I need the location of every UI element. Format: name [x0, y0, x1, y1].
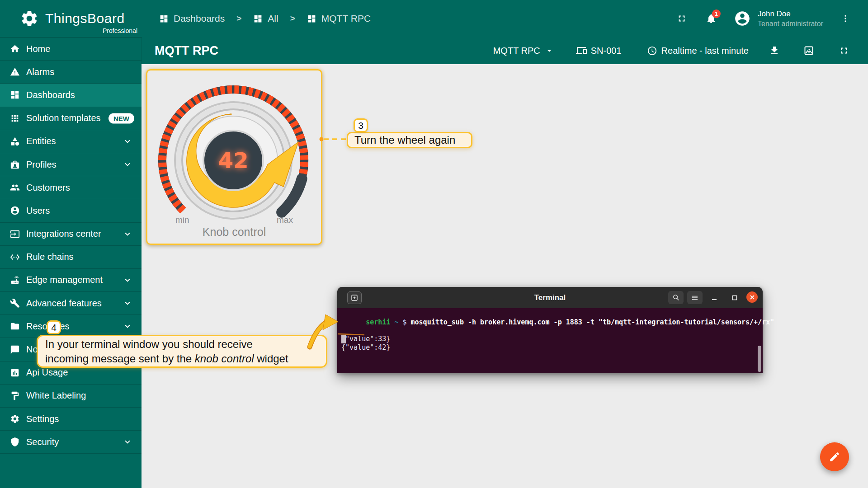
sidebar-item-label: Entities — [26, 136, 56, 146]
sidebar-nav: HomeAlarmsDashboardsSolution templatesNE… — [0, 37, 142, 488]
sidebar-item-label: Security — [26, 437, 59, 447]
clock-icon — [647, 46, 657, 56]
category-icon — [10, 136, 20, 146]
notifications-bell-icon[interactable]: 1 — [706, 13, 717, 24]
terminal-titlebar[interactable]: Terminal — [337, 287, 763, 308]
sidebar-item-solution-templates[interactable]: Solution templatesNEW — [0, 107, 142, 130]
folder-icon — [10, 321, 20, 331]
thingsboard-logo-icon — [20, 9, 39, 28]
terminal-content[interactable]: serhii ~ $ mosquitto_sub -h broker.hivem… — [337, 308, 763, 373]
sidebar-item-label: Customers — [26, 183, 70, 193]
brand-edition: Professional — [84, 27, 137, 34]
terminal-output-line: {"value":33} — [341, 335, 763, 343]
chevron-down-icon — [123, 229, 132, 239]
terminal-minimize-button[interactable] — [708, 291, 721, 304]
brand-logo[interactable]: ThingsBoard Professional — [20, 0, 125, 37]
notification-icon — [10, 345, 20, 355]
terminal-output-line: {"value":42} — [341, 343, 763, 352]
user-role: Tenant administrator — [758, 20, 826, 28]
sidebar-item-label: Rule chains — [26, 252, 74, 262]
edit-fab-button[interactable] — [820, 442, 849, 471]
knob-max-label: max — [277, 215, 293, 225]
step4-arrow — [303, 310, 368, 352]
person-icon — [10, 206, 20, 216]
timewindow-select[interactable]: Realtime - last minute — [647, 46, 749, 56]
sidebar-item-label: Edge management — [26, 275, 103, 285]
knob-gauge[interactable]: 42 42 — [147, 70, 321, 226]
shield-icon — [10, 437, 20, 447]
router-icon — [10, 275, 20, 285]
terminal-close-button[interactable] — [746, 291, 758, 303]
sidebar-item-label: Users — [26, 206, 50, 216]
terminal-prompt-line: serhii ~ $ mosquitto_sub -h broker.hivem… — [341, 310, 763, 335]
sidebar-item-label: Dashboards — [26, 90, 75, 100]
terminal-window[interactable]: Terminal serhii ~ $ mosquitto_sub -h bro… — [337, 287, 763, 373]
breadcrumb-separator: > — [236, 14, 241, 23]
apps-icon — [10, 113, 20, 123]
terminal-menu-button[interactable] — [687, 291, 703, 304]
dashboard-toolbar: MQTT RPC MQTT RPC SN-001 Realtime - last… — [142, 37, 868, 64]
home-icon — [10, 44, 20, 54]
step3-tooltip: Turn the wheel again — [347, 132, 472, 148]
sidebar-item-label: Solution templates — [26, 113, 101, 123]
knob-min-label: min — [175, 215, 189, 225]
sidebar-item-home[interactable]: Home — [0, 38, 142, 61]
breadcrumb-item-mqtt-rpc[interactable]: MQTT RPC — [307, 13, 371, 24]
dashboard-icon — [253, 14, 263, 23]
terminal-maximize-button[interactable] — [728, 291, 741, 304]
chevron-down-icon — [123, 160, 132, 169]
sidebar-item-customers[interactable]: Customers — [0, 176, 142, 199]
chevron-down-icon — [123, 437, 132, 447]
sidebar-item-entities[interactable]: Entities — [0, 130, 142, 153]
sidebar-item-label: White Labeling — [26, 390, 86, 401]
sidebar-item-dashboards[interactable]: Dashboards — [0, 84, 142, 107]
chevron-down-icon — [123, 298, 132, 308]
gear-icon — [10, 414, 20, 424]
people-icon — [10, 183, 20, 192]
sidebar-item-label: Settings — [26, 414, 59, 424]
sidebar-item-rule-chains[interactable]: Rule chains — [0, 246, 142, 269]
badge-icon — [10, 160, 20, 169]
sidebar-item-alarms[interactable]: Alarms — [0, 61, 142, 84]
dashboard-title: MQTT RPC — [155, 44, 218, 58]
pencil-icon — [829, 451, 840, 463]
brand-name: ThingsBoard — [45, 11, 125, 26]
expand-icon[interactable] — [839, 46, 849, 56]
terminal-scrollbar[interactable] — [758, 346, 761, 372]
sidebar-item-integrations-center[interactable]: Integrations center — [0, 223, 142, 246]
new-badge: NEW — [108, 113, 134, 123]
dashboard-state-select[interactable]: MQTT RPC — [493, 46, 554, 56]
top-header: ThingsBoard Professional Dashboards>All>… — [0, 0, 868, 37]
integration-icon — [10, 229, 20, 239]
terminal-search-button[interactable] — [668, 291, 684, 304]
avatar[interactable] — [734, 10, 751, 27]
step4-number-badge: 4 — [47, 320, 61, 334]
more-menu-icon[interactable] — [841, 14, 850, 23]
user-info[interactable]: John Doe Tenant administrator — [758, 9, 826, 28]
step4-tooltip: In your terminal window you should recei… — [37, 335, 327, 368]
sidebar-item-white-labeling[interactable]: White Labeling — [0, 385, 142, 408]
chevron-down-icon — [123, 136, 132, 146]
tools-icon — [10, 298, 20, 308]
device-entity[interactable]: SN-001 — [576, 45, 622, 56]
breadcrumb-item-dashboards[interactable]: Dashboards — [159, 13, 225, 24]
sidebar-item-security[interactable]: Security — [0, 431, 142, 454]
sidebar-item-edge-management[interactable]: Edge management — [0, 269, 142, 292]
sidebar-item-profiles[interactable]: Profiles — [0, 153, 142, 176]
knob-control-widget[interactable]: 42 42 min max Knob control — [146, 69, 322, 245]
paint-icon — [10, 391, 20, 401]
sidebar-item-label: Alarms — [26, 67, 54, 77]
fullscreen-icon[interactable] — [677, 14, 687, 23]
sidebar-item-advanced-features[interactable]: Advanced features — [0, 292, 142, 315]
sidebar-item-settings[interactable]: Settings — [0, 408, 142, 431]
sidebar-item-users[interactable]: Users — [0, 199, 142, 222]
image-icon[interactable] — [803, 45, 814, 56]
download-icon[interactable] — [769, 45, 780, 56]
sidebar-item-label: Integrations center — [26, 229, 101, 239]
user-name: John Doe — [758, 9, 826, 19]
dashboard-icon — [10, 90, 20, 100]
breadcrumb: Dashboards>All>MQTT RPC — [159, 0, 371, 37]
breadcrumb-item-all[interactable]: All — [253, 13, 278, 24]
sidebar-item-label: Profiles — [26, 160, 57, 170]
chart-icon — [10, 368, 20, 378]
